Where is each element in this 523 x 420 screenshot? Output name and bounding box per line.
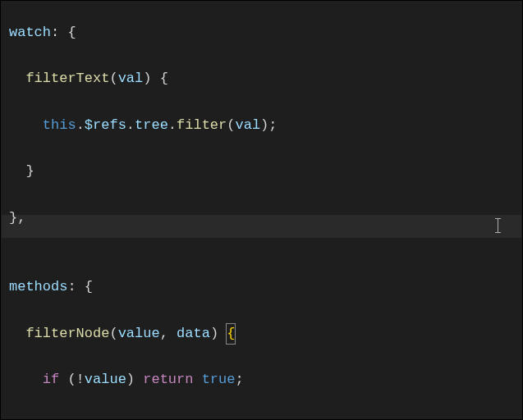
code-token: this (43, 117, 76, 133)
bracket-match-open: { (227, 322, 235, 345)
code-token: methods (9, 279, 67, 294)
code-token: return (143, 372, 193, 387)
code-token: true (202, 372, 236, 387)
code-token: value (85, 372, 126, 387)
code-token: tree (135, 117, 168, 133)
code-token: filter (177, 117, 227, 133)
code-token: $refs (85, 117, 126, 133)
code-token: if (43, 372, 59, 387)
code-token: data (177, 326, 210, 341)
code-token: filterText (25, 71, 109, 86)
code-token: value (118, 326, 160, 341)
code-token: val (118, 71, 144, 86)
code-token: filterNode (25, 326, 109, 341)
code-token: watch (9, 25, 51, 40)
code-editor[interactable]: watch: { filterText(val) { this.$refs.tr… (1, 15, 522, 420)
code-token: val (235, 117, 260, 133)
